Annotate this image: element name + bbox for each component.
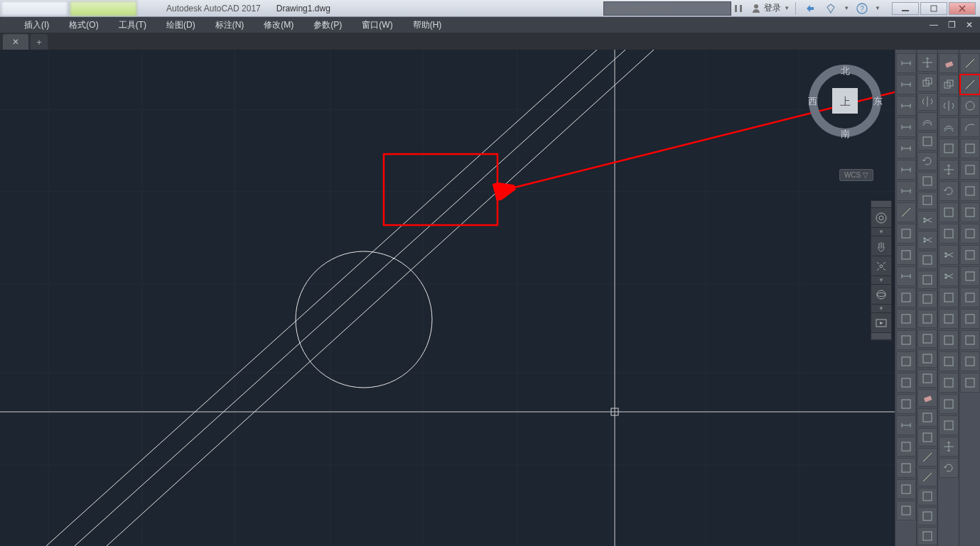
- minimize-button[interactable]: [892, 2, 919, 15]
- showmotion-icon[interactable]: [871, 313, 891, 333]
- join-tool[interactable]: [939, 330, 959, 350]
- orbit-icon[interactable]: [871, 285, 891, 305]
- mirror-tool[interactable]: [917, 93, 937, 111]
- doc-close-icon[interactable]: ✕: [963, 20, 976, 30]
- table-tool[interactable]: [896, 501, 916, 520]
- break-at-tool[interactable]: [939, 288, 959, 307]
- quick-dim-tool[interactable]: [896, 181, 916, 201]
- reassoc-tool[interactable]: [896, 479, 916, 499]
- edit-pline-tool[interactable]: [917, 448, 937, 466]
- align-tool[interactable]: [917, 527, 937, 545]
- exchange-icon[interactable]: [804, 1, 818, 16]
- menu-draw[interactable]: 绘图(D): [156, 18, 205, 33]
- move-tool[interactable]: [939, 160, 959, 180]
- linear-dim-tool[interactable]: [896, 53, 916, 73]
- file-tab-close[interactable]: ✕: [3, 34, 28, 50]
- copy-tool[interactable]: [917, 73, 937, 92]
- table2-tool[interactable]: [960, 245, 980, 265]
- region-tool[interactable]: [960, 288, 980, 307]
- erase-tool[interactable]: [939, 53, 959, 73]
- scale-tool[interactable]: [939, 202, 959, 222]
- taskbar-app-1[interactable]: [1, 1, 68, 16]
- edit-spline-tool[interactable]: [917, 468, 937, 486]
- rotate-tool[interactable]: [917, 152, 937, 170]
- drawing-canvas[interactable]: 北 南 东 西 上 WCS ▽ ▼ ▼ ▼: [0, 50, 895, 546]
- maximize-button[interactable]: [920, 2, 947, 15]
- 3d-rotate-tool[interactable]: [939, 458, 959, 478]
- donut-tool[interactable]: [960, 351, 980, 371]
- array-rect-tool[interactable]: [939, 138, 959, 158]
- lengthen-tool[interactable]: [917, 428, 937, 447]
- join-tool[interactable]: [917, 290, 937, 309]
- move-tool[interactable]: [917, 53, 937, 72]
- signin-button[interactable]: 登录 ▼: [751, 2, 790, 14]
- array-tool[interactable]: [917, 132, 937, 151]
- break-pt-tool[interactable]: [917, 251, 937, 269]
- dim-style-tool[interactable]: [896, 415, 916, 435]
- spacing-tool[interactable]: [896, 245, 916, 265]
- diameter-dim-tool[interactable]: [896, 138, 916, 158]
- trim-tool[interactable]: [917, 211, 937, 229]
- radius-dim-tool[interactable]: [896, 117, 916, 137]
- wipeout-tool[interactable]: [960, 309, 980, 329]
- blend2-tool[interactable]: [939, 394, 959, 414]
- hatch-tool[interactable]: [960, 181, 980, 201]
- infocenter-icon[interactable]: [731, 1, 745, 16]
- stretch-tool[interactable]: [939, 224, 959, 244]
- doc-restore-icon[interactable]: ❐: [945, 20, 959, 30]
- offset-tool[interactable]: [917, 112, 937, 131]
- menu-format[interactable]: 格式(O): [59, 18, 108, 33]
- text-align-tool[interactable]: [896, 394, 916, 414]
- edit-array-tool[interactable]: [917, 507, 937, 525]
- search-input[interactable]: [603, 1, 731, 16]
- center-mark-tool[interactable]: [896, 309, 916, 329]
- rotate-tool[interactable]: [939, 181, 959, 201]
- pan-icon[interactable]: [871, 236, 891, 256]
- angle-dim-tool[interactable]: [896, 160, 916, 180]
- mirror-tool[interactable]: [939, 96, 959, 116]
- jog-tool[interactable]: [896, 351, 916, 371]
- menu-insert[interactable]: 插入(I): [14, 18, 59, 33]
- blend-tool[interactable]: [917, 349, 937, 368]
- rect-tool[interactable]: [960, 138, 980, 158]
- break-tool[interactable]: [917, 271, 937, 289]
- menu-parametric[interactable]: 参数(P): [303, 18, 352, 33]
- ellipse-tool[interactable]: [960, 160, 980, 180]
- chamfer2-tool[interactable]: [939, 351, 959, 371]
- edit-hatch-tool[interactable]: [917, 488, 937, 506]
- zoom-dropdown[interactable]: ▼: [871, 276, 891, 285]
- copy-tool[interactable]: [939, 75, 959, 94]
- oblique-tool[interactable]: [896, 373, 916, 393]
- line-tool[interactable]: [960, 53, 980, 73]
- text-tool[interactable]: [960, 202, 980, 222]
- arc-dim-tool[interactable]: [896, 96, 916, 116]
- menu-dimension[interactable]: 标注(N): [205, 18, 254, 33]
- scale-tool[interactable]: [917, 172, 937, 190]
- align-dim-tool[interactable]: [896, 75, 916, 94]
- point-tool[interactable]: [960, 266, 980, 286]
- revision-tool[interactable]: [960, 373, 980, 393]
- trim-tool[interactable]: [939, 245, 959, 265]
- wcs-badge[interactable]: WCS ▽: [839, 169, 873, 181]
- autodesk-app-icon[interactable]: [824, 1, 838, 16]
- menu-modify[interactable]: 修改(M): [254, 18, 303, 33]
- view-cube[interactable]: 北 南 东 西 上: [806, 57, 884, 156]
- explode-tool[interactable]: [917, 369, 937, 388]
- fillet-tool[interactable]: [917, 329, 937, 348]
- tolerance-tool[interactable]: [896, 288, 916, 307]
- menu-window[interactable]: 窗口(W): [352, 18, 402, 33]
- break2-tool[interactable]: [939, 309, 959, 329]
- circle-tool[interactable]: [960, 96, 980, 116]
- 3d-move-tool[interactable]: [939, 437, 959, 457]
- wheel-dropdown[interactable]: ▼: [871, 228, 891, 236]
- draw-order-tool[interactable]: [917, 408, 937, 427]
- mtext-tool[interactable]: [960, 224, 980, 244]
- help-icon[interactable]: ?: [855, 1, 869, 16]
- baseline-tool[interactable]: [896, 202, 916, 222]
- menu-help[interactable]: 帮助(H): [403, 18, 452, 33]
- doc-minimize-icon[interactable]: —: [927, 20, 941, 30]
- erase-tool[interactable]: [917, 389, 937, 408]
- close-button[interactable]: [949, 2, 976, 15]
- zoom-extents-icon[interactable]: [871, 256, 891, 276]
- taskbar-app-2[interactable]: [70, 1, 137, 16]
